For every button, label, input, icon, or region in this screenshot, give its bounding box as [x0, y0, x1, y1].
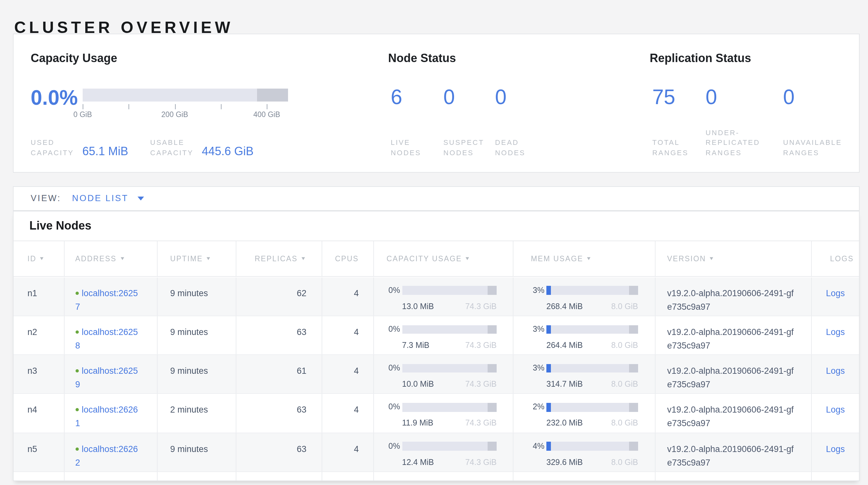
- logs-link[interactable]: Logs: [826, 444, 845, 454]
- cell-mem-usage-bar-fill: [547, 286, 551, 295]
- address-link[interactable]: localhost:26257: [75, 288, 138, 311]
- logs-link[interactable]: Logs: [826, 405, 845, 415]
- node-live-status-icon: [75, 447, 79, 450]
- column-header-version[interactable]: VERSION▼: [655, 241, 812, 276]
- cell-capacity-usage-percent: 0%: [386, 439, 400, 453]
- cell-logs: Logs: [812, 277, 859, 316]
- cell-mem-usage-percent: 2%: [531, 401, 545, 414]
- cell-capacity-usage-used-value: 11.9 MiB: [402, 417, 433, 430]
- cell-capacity-usage-total-value: 74.3 GiB: [465, 456, 497, 469]
- capacity-stats: USED CAPACITY 65.1 MiB USABLE CAPACITY 4…: [31, 138, 253, 158]
- cell-mem-usage-bar-reserved-segment: [629, 403, 638, 411]
- address-link[interactable]: localhost:26258: [75, 327, 138, 350]
- column-header-uptime[interactable]: UPTIME▼: [157, 241, 236, 276]
- view-label: VIEW:: [31, 194, 61, 203]
- cell-mem-usage: 3%264.4 MiB8.0 GiB: [514, 316, 655, 355]
- cell-mem-usage: 2%232.0 MiB8.0 GiB: [514, 394, 655, 433]
- node-status-section: Node Status 600 LIVE NODESSUSPECT NODESD…: [388, 34, 633, 172]
- table-row-n2: n2localhost:262589 minutes6340%7.3 MiB74…: [13, 316, 859, 355]
- column-header-cpus: CPUS: [322, 241, 374, 276]
- address-link[interactable]: localhost:26259: [75, 366, 138, 389]
- node-metric-label-1: SUSPECT NODES: [443, 138, 495, 158]
- column-header-label: CPUS: [335, 254, 359, 262]
- used-capacity-label: USED CAPACITY: [31, 138, 74, 158]
- cell-uptime: 9 minutes: [157, 355, 236, 394]
- cell-capacity-usage-used-value: 13.0 MiB: [402, 300, 434, 313]
- cell-logs: Logs: [812, 433, 859, 472]
- cell-mem-usage-used-value: 268.4 MiB: [547, 300, 583, 313]
- replication-metric-value-0: 75: [652, 86, 706, 108]
- cell-node-id: n2: [13, 316, 65, 355]
- capacity-usage-section: Capacity Usage 0.0% 0 GiB 200 GiB 400 Gi…: [31, 34, 367, 172]
- address-link[interactable]: localhost:26261: [75, 405, 138, 428]
- cell-mem-usage-bar: [547, 325, 638, 334]
- replication-status-section: Replication Status 7500 TOTAL RANGESUNDE…: [650, 34, 863, 172]
- node-metric-value-0: 6: [391, 86, 443, 108]
- logs-link[interactable]: Logs: [826, 327, 845, 337]
- sort-arrow-icon[interactable]: ▼: [206, 255, 213, 261]
- cell-address: localhost:26258: [65, 316, 157, 355]
- sort-arrow-icon[interactable]: ▼: [119, 255, 126, 261]
- cell-address: localhost:26257: [65, 277, 157, 316]
- logs-link[interactable]: Logs: [826, 288, 845, 298]
- cell-uptime: 9 minutes: [157, 277, 236, 316]
- column-header-mem-usage[interactable]: MEM USAGE▼: [514, 241, 655, 276]
- view-dropdown[interactable]: NODE LIST: [72, 194, 128, 203]
- replication-metric-value-1: 0: [706, 86, 783, 108]
- column-header-label: ADDRESS: [75, 254, 117, 262]
- cell-mem-usage-bar: [547, 403, 638, 411]
- address-link[interactable]: localhost:26262: [75, 444, 138, 467]
- used-capacity-stat: USED CAPACITY 65.1 MiB: [31, 138, 128, 158]
- cell-replicas: 63: [236, 433, 322, 472]
- table-row-n3: n3localhost:262599 minutes6140%10.0 MiB7…: [13, 355, 859, 394]
- cell-capacity-usage-percent: 0%: [386, 323, 400, 336]
- column-header-replicas[interactable]: REPLICAS▼: [236, 241, 322, 276]
- cell-replicas: 61: [236, 355, 322, 394]
- cell-capacity-usage: 0%13.0 MiB74.3 GiB: [374, 277, 514, 316]
- cell-capacity-usage-bar: [402, 364, 497, 373]
- cell-version: v19.2.0-alpha.20190606-2491-gfe735c9a97: [655, 277, 812, 316]
- replication-metric-label-0: TOTAL RANGES: [652, 138, 706, 158]
- node-metric-label-2: DEAD NODES: [495, 138, 548, 158]
- column-header-id[interactable]: ID▼: [13, 241, 65, 276]
- cell-version: v19.2.0-alpha.20190606-2491-gfe735c9a97: [655, 316, 812, 355]
- sort-arrow-icon[interactable]: ▼: [465, 255, 471, 261]
- cell-capacity-usage-used-value: 10.0 MiB: [402, 378, 434, 391]
- sort-arrow-icon[interactable]: ▼: [586, 255, 593, 261]
- cell-replicas: 63: [236, 394, 322, 433]
- cell-mem-usage-bar-fill: [547, 364, 551, 373]
- chevron-down-icon[interactable]: [137, 197, 144, 200]
- column-header-capacity-usage[interactable]: CAPACITY USAGE▼: [374, 241, 514, 276]
- cell-logs: Logs: [812, 355, 859, 394]
- cell-capacity-usage-percent: 0%: [386, 284, 400, 297]
- cell-node-id: n3: [13, 355, 65, 394]
- cell-version: v19.2.0-alpha.20190606-2491-gfe735c9a97: [655, 355, 812, 394]
- cell-uptime: 9 minutes: [157, 316, 236, 355]
- cell-mem-usage-used-value: 232.0 MiB: [547, 417, 583, 430]
- replication-metric-label-2: UNAVAILABLE RANGES: [783, 138, 836, 158]
- cell-address: localhost:26262: [65, 433, 157, 472]
- table-row-n5: n5localhost:262629 minutes6340%12.4 MiB7…: [13, 433, 859, 472]
- cell-mem-usage-total-value: 8.0 GiB: [611, 339, 638, 352]
- cluster-overview-page: CLUSTER OVERVIEW Capacity Usage 0.0% 0 G…: [0, 0, 868, 485]
- cell-mem-usage-bar-reserved-segment: [629, 286, 638, 295]
- cell-mem-usage: 3%268.4 MiB8.0 GiB: [514, 277, 655, 316]
- sort-arrow-icon[interactable]: ▼: [709, 255, 716, 261]
- cell-capacity-usage-bar-reserved-segment: [488, 286, 497, 295]
- sort-arrow-icon[interactable]: ▼: [39, 255, 46, 261]
- capacity-percent-value: 0.0%: [31, 87, 78, 109]
- cell-mem-usage-percent: 3%: [531, 323, 545, 336]
- usable-capacity-label: USABLE CAPACITY: [150, 138, 193, 158]
- cell-mem-usage-bar: [547, 286, 638, 295]
- column-header-label: MEM USAGE: [531, 254, 583, 262]
- logs-link[interactable]: Logs: [826, 366, 845, 376]
- cell-capacity-usage-bar: [402, 442, 497, 451]
- cell-mem-usage-percent: 3%: [531, 284, 545, 297]
- node-status-title: Node Status: [388, 52, 456, 65]
- column-header-label: UPTIME: [170, 254, 203, 262]
- sort-arrow-icon[interactable]: ▼: [300, 255, 307, 261]
- table-body: n1localhost:262579 minutes6240%13.0 MiB7…: [13, 277, 859, 481]
- column-header-address[interactable]: ADDRESS▼: [65, 241, 157, 276]
- replication-metric-value-2: 0: [783, 86, 836, 108]
- node-metric-label-0: LIVE NODES: [391, 138, 443, 158]
